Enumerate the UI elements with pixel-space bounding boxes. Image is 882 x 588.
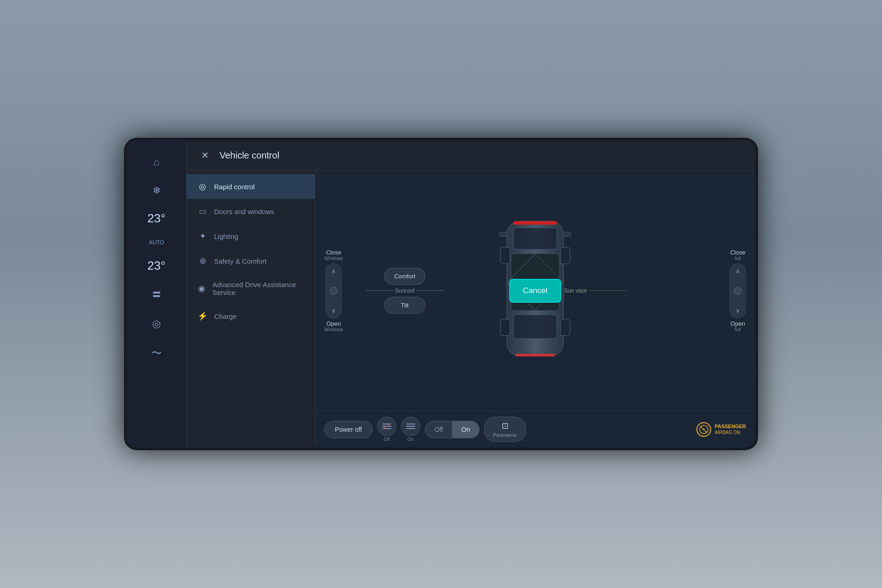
svg-rect-5: [515, 354, 554, 356]
nav-item-adas[interactable]: ◉ Advanced Drive Assistance Service: [187, 273, 315, 304]
sidebar-item-climate[interactable]: ❄: [127, 178, 186, 203]
svg-rect-9: [560, 247, 570, 264]
seat-heat-icon: 〓: [152, 288, 162, 301]
adas-icon: ◉: [198, 283, 206, 294]
home-icon: ⌂: [153, 156, 159, 168]
nav-label-rapid: Rapid control: [214, 183, 254, 191]
bottom-controls: Power off: [315, 411, 755, 447]
airbag-icon: P: [696, 422, 711, 437]
svg-rect-3: [514, 315, 557, 339]
window-track-right[interactable]: ∧ ∨: [729, 263, 746, 318]
rapid-control-icon: ◎: [198, 181, 208, 192]
climate-icon: ❄: [153, 185, 161, 197]
vent-off-icon: [382, 423, 392, 430]
main-panel: ✕ Vehicle control ◎ Rapid control ▭ Door…: [187, 141, 755, 447]
window-position-right: [734, 287, 742, 295]
nav-item-lighting[interactable]: ✦ Lighting: [187, 224, 315, 249]
nav-label-charge: Charge: [214, 312, 237, 320]
doors-icon: ▭: [198, 206, 208, 216]
vent-on-label: On: [407, 437, 413, 442]
cancel-button[interactable]: Cancel: [509, 279, 561, 303]
nav-list: ◎ Rapid control ▭ Doors and windows ✦ Li…: [187, 170, 315, 447]
airbag-text: PASSENGER AIRBAG ON: [715, 423, 746, 435]
window-open-label-right: Open full: [730, 320, 745, 332]
nav-label-adas: Advanced Drive Assistance Service: [213, 281, 304, 296]
svg-rect-7: [563, 232, 571, 236]
sidebar: ⌂ ❄ 23° AUTO 23° 〓 ◎: [127, 141, 187, 447]
window-close-label-right: Close full: [730, 249, 745, 262]
temp-value-1: 23°: [147, 211, 165, 226]
svg-rect-4: [514, 221, 557, 225]
close-button[interactable]: ✕: [198, 148, 212, 163]
panoramic-icon: ⊡: [502, 421, 509, 431]
content-area: Close Windows ∧ ∨ Open: [315, 170, 755, 447]
panel-body: ◎ Rapid control ▭ Doors and windows ✦ Li…: [187, 170, 755, 447]
sidebar-item-home[interactable]: ⌂: [127, 150, 186, 175]
svg-rect-21: [406, 426, 415, 427]
nav-item-rapid[interactable]: ◎ Rapid control: [187, 174, 315, 199]
window-control-right: Close full ∧ ∨ Open ful: [729, 249, 746, 333]
content-body: Close Windows ∧ ∨ Open: [315, 170, 755, 411]
svg-rect-20: [406, 424, 415, 424]
svg-rect-6: [499, 232, 507, 236]
auto-mode-label: AUTO: [149, 239, 164, 246]
visor-line: [590, 290, 627, 291]
lighting-icon: ✦: [198, 231, 208, 241]
svg-rect-10: [500, 319, 510, 335]
vent-on-icon: [406, 423, 416, 430]
nav-label-lighting: Lighting: [214, 232, 238, 240]
off-on-segmented-control: Off On: [425, 421, 480, 438]
panoramic-label: Panoramic: [493, 432, 517, 438]
ventilation-toggle-group: Off: [377, 417, 396, 442]
sun-visor-label: Sun visor: [564, 288, 627, 294]
window-up-right[interactable]: ∧: [735, 267, 740, 275]
nav-label-doors: Doors and windows: [214, 208, 274, 215]
svg-rect-8: [500, 247, 510, 264]
panel-header: ✕ Vehicle control: [187, 141, 755, 170]
airbag-no-icon: P: [699, 425, 708, 434]
temp-display-2: 23°: [147, 254, 165, 277]
nav-item-safety[interactable]: ⊕ Safety & Comfort: [187, 249, 315, 273]
airbag-info: P PASSENGER AIRBAG ON: [696, 422, 746, 437]
dashboard-background: ⌂ ❄ 23° AUTO 23° 〓 ◎: [0, 0, 882, 588]
sidebar-item-adas[interactable]: ◎: [127, 311, 186, 336]
svg-text:P: P: [702, 428, 705, 432]
vent-icon-on-button[interactable]: [401, 417, 420, 436]
steering-icon: ◎: [152, 318, 161, 330]
nav-item-charge[interactable]: ⚡ Charge: [187, 304, 315, 328]
nav-item-doors[interactable]: ▭ Doors and windows: [187, 199, 315, 224]
sidebar-item-seat[interactable]: 〓: [127, 281, 186, 308]
main-screen: ⌂ ❄ 23° AUTO 23° 〓 ◎: [127, 141, 755, 447]
traction-icon: 〜: [152, 346, 162, 360]
sidebar-item-traction[interactable]: 〜: [127, 340, 186, 367]
panel-title: Vehicle control: [220, 150, 279, 161]
panoramic-button[interactable]: ⊡ Panoramic: [484, 417, 526, 442]
airbag-line2: AIRBAG ON: [715, 430, 741, 435]
window-down-right[interactable]: ∨: [735, 307, 740, 314]
off-option[interactable]: Off: [425, 421, 452, 438]
on-option[interactable]: On: [452, 421, 479, 438]
ventilation-on-toggle-group: On: [401, 417, 420, 442]
svg-rect-11: [560, 319, 570, 335]
charge-icon: ⚡: [198, 311, 208, 321]
car-diagram: Cancel Sun visor: [315, 170, 755, 411]
vent-off-label: Off: [384, 437, 390, 442]
vent-icon-off-button[interactable]: [377, 417, 396, 436]
screen-wrapper: ⌂ ❄ 23° AUTO 23° 〓 ◎: [124, 138, 758, 450]
svg-rect-1: [514, 227, 557, 249]
temp-value-2: 23°: [147, 259, 165, 273]
airbag-line1: PASSENGER: [715, 423, 746, 430]
auto-mode-display: AUTO: [149, 234, 164, 250]
temp-display-1: 23°: [147, 207, 165, 230]
safety-icon: ⊕: [198, 256, 208, 266]
svg-rect-22: [406, 428, 415, 429]
power-off-button[interactable]: Power off: [324, 421, 373, 438]
nav-label-safety: Safety & Comfort: [214, 257, 266, 265]
